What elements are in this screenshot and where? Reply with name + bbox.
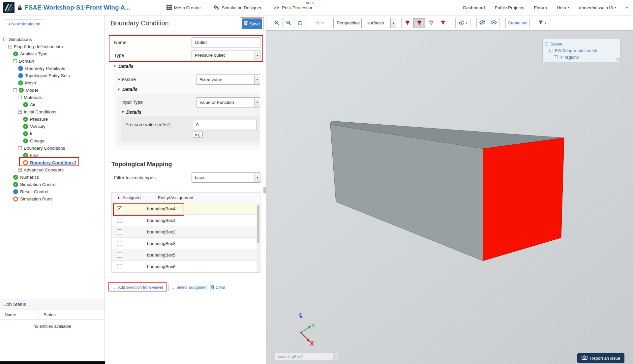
pressure-value-input[interactable] (193, 120, 257, 130)
expander-icon[interactable]: − (8, 45, 12, 48)
create-set-button[interactable]: Create set (505, 18, 530, 28)
assigned-column-header[interactable]: Assigned (122, 195, 141, 200)
expander-icon[interactable]: − (13, 59, 17, 63)
expander-icon[interactable]: − (18, 146, 22, 150)
panel-scrollbar-thumb[interactable] (263, 187, 266, 194)
link-public-projects[interactable]: Public Projects (495, 5, 524, 10)
model-bounding-box[interactable] (266, 31, 633, 364)
table-row[interactable]: ✓ boundingBox4 (112, 203, 260, 215)
resize-handle[interactable] (616, 58, 620, 61)
project-title[interactable]: FSAE-Workshop-S1-Front Wing A... (25, 4, 130, 11)
expander-icon[interactable]: − (13, 88, 17, 92)
pressure-select[interactable]: Fixed value ▾ (196, 75, 260, 85)
filter-dropdown[interactable]: ▾ (535, 18, 550, 28)
tree-item[interactable]: ✓ Inlet (0, 152, 105, 159)
expand-icon[interactable]: + (554, 55, 558, 59)
collapse-icon[interactable]: − (549, 49, 553, 52)
viewer-canvas[interactable]: − Scene − FW-0deg-model mesh + region0 Z (266, 31, 633, 364)
scene-node[interactable]: − Scene (545, 41, 618, 47)
pan-tool-dropdown[interactable]: ▾ (312, 18, 327, 28)
projection-select[interactable]: Perspective ▾ (333, 18, 362, 28)
details-section-header[interactable]: ▼ Details (121, 109, 260, 115)
expander-icon[interactable]: + (18, 168, 22, 172)
row-checkbox[interactable] (117, 253, 122, 258)
menu-help[interactable]: Help▾ (557, 5, 569, 10)
clip-cone-3-button[interactable] (425, 18, 437, 28)
row-checkbox[interactable] (117, 218, 122, 223)
app-logo-icon[interactable] (3, 2, 15, 13)
region-node-label[interactable]: region0 (565, 55, 579, 60)
tree-item[interactable]: − Materials (0, 94, 105, 101)
tree-item[interactable]: Simulation Runs (0, 195, 105, 202)
select-assignment-button[interactable]: → Select assignment (168, 284, 212, 291)
tree-item[interactable]: Boundary Condition 2 (0, 159, 105, 166)
tree-item[interactable]: − ✓ Model (0, 86, 105, 94)
render-mode-select[interactable]: surfaces ▾ (364, 18, 396, 28)
nav-mesh-creator[interactable]: Mesh Creator (166, 5, 201, 11)
tree-item[interactable]: + Advanced Concepts (0, 166, 105, 173)
type-select[interactable]: Pressure outlet ▾ (192, 50, 260, 60)
sort-triangle-icon[interactable]: ▼ (117, 196, 120, 199)
clear-button[interactable]: Clear (207, 284, 228, 291)
tree-item[interactable]: ✓ k (0, 130, 105, 137)
save-button[interactable]: Save (242, 18, 262, 29)
entity-type-select[interactable]: faces ▾ (192, 172, 260, 183)
box-front-face[interactable] (330, 125, 483, 261)
box-outlet-face-selected[interactable] (483, 138, 564, 261)
table-row[interactable]: boundingBox5 (112, 249, 260, 261)
name-input[interactable] (192, 37, 260, 47)
row-checkbox[interactable] (117, 264, 122, 269)
tree-item[interactable]: − Flap-0deg-deflection-sim (0, 43, 105, 50)
table-row[interactable]: boundingBox6 (112, 261, 260, 272)
details-section-header[interactable]: ▼ Details (117, 87, 260, 92)
row-checkbox[interactable]: ✓ (117, 206, 122, 211)
tree-item[interactable]: ✓ Analysis Type (0, 50, 105, 57)
nav-post-processor[interactable]: Post-Processor BETA (274, 5, 312, 11)
tree-item[interactable]: ✓ Mesh (0, 79, 105, 86)
nav-simulation-designer[interactable]: Simulation Designer (213, 5, 261, 11)
tree-item[interactable]: Result Control (0, 188, 105, 195)
hide-selection-button[interactable] (476, 18, 488, 28)
tree-item[interactable]: ✓ Simulation Control (0, 181, 105, 188)
table-row[interactable]: boundingBox2 (112, 226, 260, 238)
tree-item[interactable]: ✓ Air (0, 101, 105, 108)
reset-view-button[interactable] (294, 18, 306, 28)
tree-item[interactable]: − Initial Conditions (0, 108, 105, 115)
formula-button[interactable]: f(x) (193, 132, 203, 138)
zoom-in-button[interactable] (271, 18, 283, 28)
expander-icon[interactable]: − (3, 38, 7, 41)
menu-user[interactable]: ahmedhussain18▾ (579, 5, 616, 10)
link-forum[interactable]: Forum (534, 5, 547, 10)
mesh-node[interactable]: − FW-0deg-model mesh (545, 47, 618, 54)
tree-item[interactable]: ✓ Omega (0, 137, 105, 144)
clip-cone-2-button[interactable] (413, 18, 425, 28)
tree-item[interactable]: ✓ Velocity (0, 123, 105, 130)
eye-icon[interactable] (559, 56, 563, 59)
show-all-button[interactable] (488, 18, 500, 28)
link-dashboard[interactable]: Dashboard (463, 5, 485, 10)
report-issue-button[interactable]: Report an issue (577, 353, 624, 363)
tree-item[interactable]: ✓ Numerics (0, 173, 105, 181)
clip-cone-4-button[interactable] (437, 18, 449, 28)
table-row[interactable]: boundingBox3 (112, 238, 260, 249)
mesh-node-label[interactable]: FW-0deg-model mesh (555, 48, 597, 53)
panel-scrollbar[interactable] (263, 15, 266, 364)
chevron-down-icon[interactable]: ▾ (626, 6, 628, 10)
region-node[interactable]: + region0 (545, 54, 618, 60)
row-checkbox[interactable] (117, 241, 122, 246)
expander-icon[interactable]: − (18, 96, 22, 99)
new-simulation-button[interactable]: + New simulation (4, 19, 44, 28)
resize-handle[interactable] (333, 353, 337, 360)
table-scrollbar-thumb[interactable] (257, 205, 259, 243)
scene-node-label[interactable]: Scene (550, 42, 562, 46)
table-scrollbar[interactable] (256, 203, 260, 272)
orbit-tool-dropdown[interactable]: ▾ (455, 18, 470, 28)
tree-item[interactable]: − Simulations (0, 36, 105, 43)
details-section-header[interactable]: ▼ Details (113, 64, 134, 69)
tree-item[interactable]: − Domain (0, 57, 105, 65)
add-selection-from-viewer-button[interactable]: ← Add selection from viewer (110, 284, 166, 291)
tree-item[interactable]: Geometry Primitives (0, 65, 105, 72)
clip-cone-1-button[interactable] (401, 18, 413, 28)
expander-icon[interactable]: − (18, 110, 22, 114)
entity-column-header[interactable]: Entity/Assignment (158, 195, 193, 200)
